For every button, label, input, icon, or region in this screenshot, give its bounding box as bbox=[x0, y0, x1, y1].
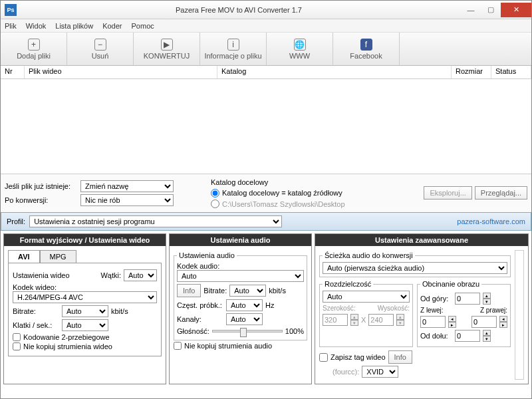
fileinfo-button[interactable]: iInformacje o pliku bbox=[200, 33, 267, 65]
close-button[interactable]: ✕ bbox=[501, 3, 531, 17]
website-link[interactable]: pazera-software.com bbox=[457, 217, 525, 225]
facebook-icon: f bbox=[360, 39, 372, 51]
convert-button[interactable]: ▶KONWERTUJ bbox=[134, 33, 200, 65]
app-icon: Ps bbox=[5, 4, 17, 16]
profil-label: Profil: bbox=[7, 217, 25, 225]
globe-icon: 🌐 bbox=[294, 39, 306, 51]
video-bitrate-select[interactable]: Auto bbox=[62, 305, 108, 317]
dest-title: Katalog docelowy bbox=[211, 178, 527, 186]
tab-avi[interactable]: AVI bbox=[8, 250, 40, 263]
samplerate-select[interactable]: Auto bbox=[226, 299, 263, 311]
minimize-button[interactable]: — bbox=[461, 3, 481, 17]
fps-select[interactable]: Auto bbox=[62, 319, 108, 331]
play-icon: ▶ bbox=[161, 39, 173, 51]
minus-icon: − bbox=[94, 39, 106, 51]
menubar: Plik Widok Lista plików Koder Pomoc bbox=[1, 19, 531, 33]
twopass-checkbox[interactable] bbox=[13, 333, 21, 341]
after-label: Po konwersji: bbox=[5, 196, 78, 204]
plus-icon: + bbox=[28, 39, 40, 51]
width-spin[interactable]: 320 bbox=[323, 314, 348, 326]
dest-radio-path[interactable] bbox=[211, 200, 219, 208]
window-title: Pazera Free MOV to AVI Converter 1.7 bbox=[17, 6, 461, 14]
col-nr[interactable]: Nr bbox=[1, 66, 25, 78]
toolbar: +Dodaj pliki −Usuń ▶KONWERTUJ iInformacj… bbox=[1, 33, 531, 66]
explore-button[interactable]: Eksploruj... bbox=[424, 186, 471, 200]
col-katalog[interactable]: Katalog bbox=[217, 66, 452, 78]
fourcc-checkbox[interactable] bbox=[319, 353, 328, 362]
menu-widok[interactable]: Widok bbox=[26, 22, 47, 30]
after-select[interactable]: Nic nie rób bbox=[80, 194, 174, 206]
www-button[interactable]: 🌐WWW bbox=[267, 33, 333, 65]
channels-select[interactable]: Auto bbox=[226, 313, 263, 325]
column-headers: Nr Plik wideo Katalog Rozmiar Status bbox=[1, 66, 531, 79]
video-codec-select[interactable]: H.264/MPEG-4 AVC bbox=[13, 291, 157, 303]
crop-bottom[interactable]: 0 bbox=[455, 330, 480, 342]
profil-select[interactable]: Ustawienia z ostatniej sesji programu bbox=[29, 215, 282, 227]
audio-codec-select[interactable]: Auto bbox=[177, 270, 304, 282]
nocopy-audio-checkbox[interactable] bbox=[174, 342, 182, 350]
panel3-title: Ustawienia zaawansowane bbox=[315, 234, 528, 246]
nocopy-video-checkbox[interactable] bbox=[13, 342, 21, 350]
menu-pomoc[interactable]: Pomoc bbox=[132, 22, 154, 30]
audio-info-button[interactable]: Info bbox=[177, 284, 201, 297]
dest-radio-same[interactable] bbox=[211, 189, 219, 198]
menu-lista[interactable]: Lista plików bbox=[55, 22, 93, 30]
panel2-title: Ustawienia audio bbox=[170, 234, 311, 246]
crop-left[interactable]: 0 bbox=[420, 316, 446, 328]
audio-bitrate-select[interactable]: Auto bbox=[229, 285, 266, 297]
audiotrack-select[interactable]: Auto (pierwsza ścieżka audio) bbox=[323, 262, 507, 274]
menu-koder[interactable]: Koder bbox=[102, 22, 122, 30]
maximize-button[interactable]: ▢ bbox=[481, 3, 501, 17]
volume-slider[interactable] bbox=[212, 330, 283, 332]
crop-top[interactable]: 0 bbox=[455, 293, 480, 305]
panel1-title: Format wyjściowy / Ustawienia wideo bbox=[4, 234, 166, 246]
add-files-button[interactable]: +Dodaj pliki bbox=[1, 33, 67, 65]
col-plik[interactable]: Plik wideo bbox=[25, 66, 217, 78]
remove-button[interactable]: −Usuń bbox=[67, 33, 134, 65]
exists-select[interactable]: Zmień nazwę bbox=[80, 180, 174, 192]
resolution-select[interactable]: Auto bbox=[323, 291, 410, 303]
menu-plik[interactable]: Plik bbox=[5, 22, 17, 30]
height-spin[interactable]: 240 bbox=[368, 314, 394, 326]
exists-label: Jeśli plik już istnieje: bbox=[5, 182, 78, 190]
tab-mpg[interactable]: MPG bbox=[40, 250, 76, 263]
col-status[interactable]: Status bbox=[491, 66, 531, 78]
browse-button[interactable]: Przeglądaj... bbox=[475, 186, 527, 200]
file-list[interactable] bbox=[1, 79, 531, 174]
fourcc-select[interactable]: XVID bbox=[362, 366, 398, 378]
threads-select[interactable]: Auto bbox=[124, 269, 157, 281]
panel3-scrollbar[interactable] bbox=[515, 250, 524, 380]
crop-right[interactable]: 0 bbox=[471, 316, 497, 328]
facebook-button[interactable]: fFacebook bbox=[333, 33, 400, 65]
fourcc-info-button[interactable]: Info bbox=[388, 350, 412, 364]
info-icon: i bbox=[227, 39, 239, 51]
col-rozmiar[interactable]: Rozmiar bbox=[452, 66, 491, 78]
